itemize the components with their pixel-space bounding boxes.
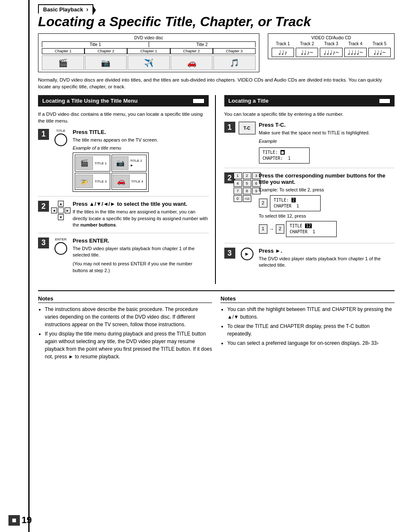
right-step-3-content: Press ►. The DVD video player starts pla… xyxy=(259,248,395,269)
right-dvd-badge: DVD xyxy=(379,98,390,104)
left-step-1-number: 1 xyxy=(38,129,49,140)
vcd-tracks: Track 1 Track 2 Track 3 Track 4 Track 5 xyxy=(272,41,391,46)
right-step-2-content: Press the corresponding number buttons f… xyxy=(259,172,395,239)
title-menu-cell-2: 📷 TITLE 2 ► xyxy=(112,155,147,172)
chapter-2: Chapter 2 xyxy=(84,48,127,54)
notes-left-list: The instructions above describe the basi… xyxy=(38,306,212,360)
dvd-title2: Title 2 xyxy=(196,42,208,47)
dvd-label: DVD video disc xyxy=(42,35,256,40)
left-step-1: 1 TITLE Press TITLE. The title menu appe… xyxy=(38,129,209,197)
right-step-1-icon: T-C xyxy=(239,122,256,134)
right-step-2-desc: Example: To select title 2, press 2 TITL… xyxy=(259,187,395,237)
page-number-area: ■ 19 xyxy=(8,515,32,526)
left-section-header: Locating a Title Using the Title Menu DV… xyxy=(38,95,209,106)
right-section-header: Locating a Title DVD xyxy=(224,95,395,106)
left-step-2: 2 ▲ ◄ ► ▼ Press ▲/▼/◄/ xyxy=(38,201,209,233)
arrow-icon: → xyxy=(269,226,274,233)
right-step-2: 2 1 2 3 4 5 6 7 8 xyxy=(224,172,395,243)
note-right-3: You can select a preferred language for … xyxy=(227,339,395,347)
note-left-2: If you display the title menu during pla… xyxy=(45,330,212,360)
diagram-area: DVD video disc Title 1 Title 2 Chapter 1… xyxy=(38,33,395,72)
right-step-3-icon: ► xyxy=(239,248,256,260)
notes-left: Notes The instructions above describe th… xyxy=(38,295,212,362)
notes-right-header: Notes xyxy=(221,295,395,303)
notes-left-header: Notes xyxy=(38,295,212,303)
left-step-2-icon: ▲ ◄ ► ▼ xyxy=(52,201,69,220)
right-section-intro: You can locate a specific title by enter… xyxy=(224,111,395,117)
vcd-diagram: VIDEO CD/Audio CD Track 1 Track 2 Track … xyxy=(268,33,395,59)
left-step-3: 3 ENTER Press ENTER. The DVD video playe… xyxy=(38,237,209,280)
chapter-4: Chapter 2 xyxy=(170,48,213,54)
dvd-img-5: 🎵 xyxy=(213,55,256,70)
left-column: Locating a Title Using the Title Menu DV… xyxy=(38,95,216,284)
dvd-img-2: 📷 xyxy=(85,55,127,70)
track-1: Track 1 xyxy=(272,41,294,46)
vcd-note-5: ♩♩♩~ xyxy=(368,48,391,57)
num-btn-1: 1 xyxy=(259,224,267,233)
dvd-img-1: 🎬 xyxy=(42,55,84,70)
right-section-title: Locating a Title xyxy=(229,98,269,104)
vcd-label: VIDEO CD/Audio CD xyxy=(272,35,391,40)
vcd-note-2: ♩♩♪~ xyxy=(296,48,318,57)
note-right-1: You can shift the highlight between TITL… xyxy=(227,306,395,321)
two-column-layout: Locating a Title Using the Title Menu DV… xyxy=(38,95,395,284)
left-step-3-title: Press ENTER. xyxy=(73,237,209,244)
note-right-2: To clear the TITLE and CHAPTER display, … xyxy=(227,322,395,338)
right-step-1-content: Press T-C. Make sure that the space next… xyxy=(259,122,395,164)
right-step-3: 3 ► Press ►. The DVD video player starts… xyxy=(224,248,395,273)
chapter-1: Chapter 1 xyxy=(42,48,84,54)
left-dvd-badge: DVD xyxy=(193,98,204,104)
right-step-2-icon: 1 2 3 4 5 6 7 8 9 0 +10 xyxy=(239,172,256,202)
left-step-1-icon: TITLE xyxy=(52,129,69,146)
left-step-1-content: Press TITLE. The title menu appears on t… xyxy=(73,129,209,192)
vcd-note-3: ♩♩♩♪~ xyxy=(320,48,342,57)
title-display-2: TITLE: 2CHAPTER 1 xyxy=(270,195,321,211)
chapter-5: Chapter 3 xyxy=(213,48,256,54)
left-step-2-content: Press ▲/▼/◄/► to select the title you wa… xyxy=(73,201,209,228)
track-2: Track 2 xyxy=(296,41,318,46)
num-btn-2b: 2 xyxy=(276,224,284,233)
title-display-1: TITLE: ■ CHAPTER: 1 xyxy=(259,147,310,164)
right-step-3-title: Press ►. xyxy=(259,248,395,254)
right-step-1: 1 T-C Press T-C. Make sure that the spac… xyxy=(224,122,395,168)
left-step-2-desc: If the titles in the title menu are assi… xyxy=(73,209,209,228)
right-column: Locating a Title DVD You can locate a sp… xyxy=(222,95,395,284)
left-section-title: Locating a Title Using the Title Menu xyxy=(42,98,138,104)
notes-right-list: You can shift the highlight between TITL… xyxy=(221,306,395,347)
right-step-2-title: Press the corresponding number buttons f… xyxy=(259,172,395,185)
dvd-img-4: 🚗 xyxy=(171,55,213,70)
note-left-1: The instructions above describe the basi… xyxy=(45,306,212,328)
intro-text: Normally, DVD video discs are divided in… xyxy=(38,76,395,90)
left-step-3-desc: The DVD video player starts playback fro… xyxy=(73,246,209,274)
track-5: Track 5 xyxy=(368,41,391,46)
dvd-img-3: ✈️ xyxy=(128,55,170,70)
right-step-1-number: 1 xyxy=(224,122,235,133)
left-step-3-content: Press ENTER. The DVD video player starts… xyxy=(73,237,209,276)
right-step-3-number: 3 xyxy=(224,248,235,259)
dvd-diagram: DVD video disc Title 1 Title 2 Chapter 1… xyxy=(38,33,259,72)
vcd-note-4: ♩♩♩♩~ xyxy=(344,48,367,57)
left-step-3-number: 3 xyxy=(38,237,49,248)
dvd-title1: Title 1 xyxy=(90,42,101,47)
dvd-images: 🎬 📷 ✈️ 🚗 🎵 xyxy=(42,55,256,70)
notes-right: Notes You can shift the highlight betwee… xyxy=(221,295,395,362)
title-menu-cell-3: 🚁 TITLE 3 xyxy=(75,173,110,190)
track-3: Track 3 xyxy=(320,41,342,46)
track-4: Track 4 xyxy=(344,41,367,46)
page-num-block: ■ xyxy=(8,515,20,526)
chapter-3: Chapter 1 xyxy=(127,48,170,54)
left-section-intro: If a DVD video disc contains a title men… xyxy=(38,111,209,124)
title-menu-cell-1: 🎬 TITLE 1 xyxy=(75,155,110,172)
right-step-1-title: Press T-C. xyxy=(259,122,395,128)
notes-area: Notes The instructions above describe th… xyxy=(38,290,395,362)
left-step-3-icon: ENTER xyxy=(52,237,69,255)
title-menu-cell-4: 🚗 TITLE 4 xyxy=(112,173,147,190)
vcd-notes: ♩♩♪ ♩♩♪~ ♩♩♩♪~ ♩♩♩♩~ ♩♩♩~ xyxy=(272,48,391,57)
left-step-2-title: Press ▲/▼/◄/► to select the title you wa… xyxy=(73,201,209,207)
breadcrumb: Basic Playback › xyxy=(38,4,93,14)
vcd-note-1: ♩♩♪ xyxy=(272,48,294,57)
right-step-3-desc: The DVD video player starts playback fro… xyxy=(259,256,395,269)
left-step-1-title: Press TITLE. xyxy=(73,129,209,135)
right-step-1-desc: Make sure that the space next to TITLE i… xyxy=(259,130,395,164)
title-display-3: TITLE 12CHAPTER 1 xyxy=(286,221,337,237)
